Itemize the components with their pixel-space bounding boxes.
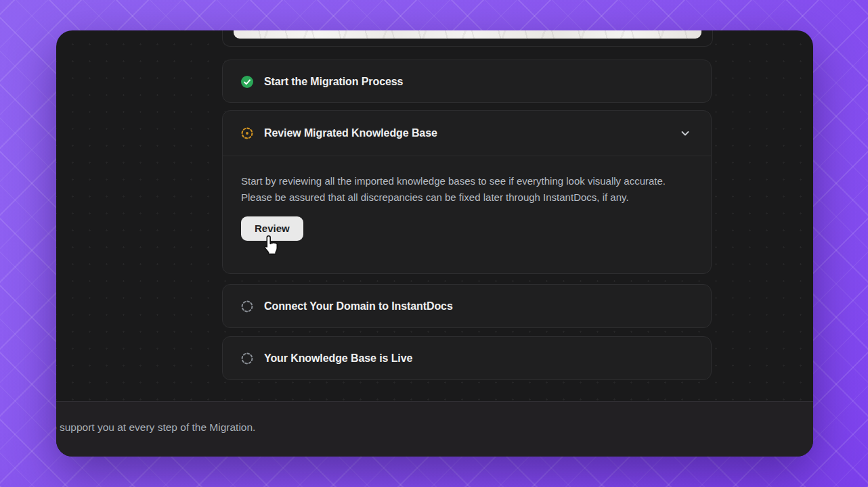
- step-card-review-knowledge-base: Review Migrated Knowledge Base Start by …: [222, 110, 712, 274]
- step-description: Start by reviewing all the imported know…: [241, 173, 693, 205]
- dashed-circle-icon: [241, 300, 253, 312]
- step-card-knowledge-base-live: Your Knowledge Base is Live: [222, 336, 712, 380]
- step-header-connect-domain[interactable]: Connect Your Domain to InstantDocs: [223, 285, 711, 328]
- step-header-knowledge-base-live[interactable]: Your Knowledge Base is Live: [223, 337, 711, 380]
- review-button[interactable]: Review: [241, 216, 303, 241]
- step-body-review: Start by reviewing all the imported know…: [223, 156, 711, 241]
- dashed-circle-icon: [241, 352, 253, 365]
- support-footer: o support you at every step of the Migra…: [56, 401, 813, 457]
- step-title: Review Migrated Knowledge Base: [264, 127, 437, 139]
- screenshot-preview-image: [234, 30, 701, 39]
- migration-checklist-card: Start the Migration Process Review Migra…: [56, 30, 813, 457]
- support-footer-text: o support you at every step of the Migra…: [56, 421, 255, 434]
- previous-step-image-card: [222, 30, 713, 47]
- step-card-connect-domain: Connect Your Domain to InstantDocs: [222, 284, 712, 328]
- dashed-circle-dot-icon: [241, 127, 253, 139]
- step-card-start-migration: Start the Migration Process: [222, 60, 712, 103]
- check-circle-icon: [241, 76, 253, 88]
- chevron-down-icon[interactable]: [680, 128, 691, 139]
- card-dotted-content-area: Start the Migration Process Review Migra…: [56, 30, 813, 402]
- step-title: Start the Migration Process: [264, 76, 403, 88]
- step-header-review-knowledge-base[interactable]: Review Migrated Knowledge Base: [223, 111, 711, 156]
- step-title: Connect Your Domain to InstantDocs: [264, 300, 453, 312]
- step-title: Your Knowledge Base is Live: [264, 352, 412, 365]
- step-header-start-migration[interactable]: Start the Migration Process: [223, 60, 711, 103]
